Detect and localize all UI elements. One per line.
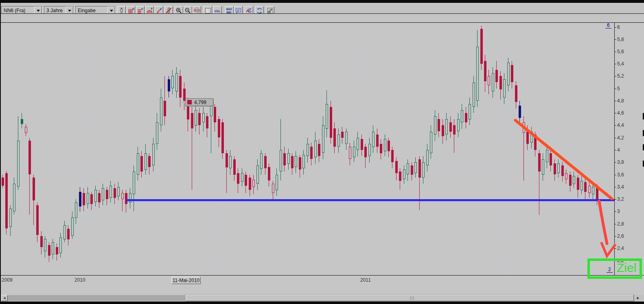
tooltip-pointer	[182, 101, 185, 104]
chevron-down-icon	[110, 10, 113, 12]
candle	[71, 217, 74, 236]
price-tick-label: 4,2	[617, 135, 624, 141]
candle	[534, 135, 537, 150]
candle	[511, 65, 513, 82]
svg-text:F: F	[160, 7, 162, 11]
selected-date-box: 11-Mai-2010	[171, 277, 201, 284]
svg-text:100%: 100%	[193, 9, 200, 12]
candle	[283, 153, 286, 165]
candle	[137, 153, 139, 175]
candle	[341, 132, 344, 138]
candle	[249, 178, 251, 190]
candle	[592, 187, 594, 194]
candle	[102, 188, 104, 200]
candle	[349, 147, 351, 159]
scrollbar-left-arrow[interactable]: ◄	[1, 295, 8, 301]
candle	[495, 70, 498, 82]
candle	[295, 156, 297, 167]
candle	[384, 139, 386, 151]
candle	[75, 202, 77, 218]
candle	[202, 113, 205, 122]
candle	[94, 190, 97, 202]
candle	[388, 141, 390, 151]
main-toolbar: NN6 (Fra) 3 Jahre Eingabe F	[0, 3, 644, 13]
candle	[276, 175, 278, 190]
price-tick-label: 5,2	[617, 73, 624, 79]
year-tick-label: 2011	[360, 277, 371, 283]
candle	[133, 172, 135, 194]
candle	[28, 141, 31, 174]
candle	[430, 132, 432, 153]
scrollbar-track[interactable]	[8, 295, 186, 301]
candle	[280, 150, 282, 172]
candle	[168, 79, 170, 91]
candle	[561, 165, 564, 176]
candle	[114, 188, 116, 198]
candle	[268, 167, 270, 180]
candle	[52, 242, 54, 254]
candle	[492, 73, 494, 91]
scrollbar-grip	[412, 296, 412, 300]
svg-text:VOL: VOL	[214, 9, 221, 13]
candle	[206, 116, 208, 128]
candle	[314, 141, 317, 157]
price-tick-label: 5,8	[617, 37, 624, 42]
window-left-edge	[0, 0, 1, 304]
candle	[310, 147, 313, 159]
candle	[260, 153, 263, 169]
support-line-drawing[interactable]	[126, 199, 614, 201]
candle	[67, 229, 70, 239]
scrollbar-grip	[410, 296, 411, 300]
year-tick-label: 2009	[2, 277, 13, 283]
candle	[221, 122, 224, 153]
candle	[580, 181, 583, 190]
candle	[361, 139, 363, 150]
candle	[33, 178, 35, 200]
target-label: Ziel	[617, 261, 636, 275]
candle	[364, 147, 367, 157]
chevron-down-icon	[37, 10, 40, 12]
candle	[87, 193, 89, 204]
candle	[90, 194, 93, 204]
candle	[171, 76, 174, 88]
candle	[256, 165, 259, 184]
scrollbar-right-arrow[interactable]: ►	[636, 296, 640, 300]
candle	[418, 159, 421, 178]
candle	[573, 176, 575, 184]
candle	[44, 239, 46, 251]
candle	[237, 173, 239, 184]
candle	[569, 175, 572, 186]
candle	[445, 119, 448, 135]
candle	[40, 236, 43, 247]
candle	[565, 173, 567, 179]
chart-application-window: NN6 (Fra) 3 Jahre Eingabe F	[0, 0, 644, 304]
scrollbar-thumb[interactable]	[186, 295, 634, 301]
candle	[422, 162, 425, 178]
candle	[442, 125, 444, 136]
candle	[484, 61, 486, 81]
candle	[330, 107, 332, 138]
candle	[148, 156, 151, 167]
svg-text:F: F	[141, 7, 143, 11]
price-tick-label: 3,4	[617, 184, 624, 190]
candle	[457, 119, 460, 131]
svg-text:MAX: MAX	[226, 8, 232, 11]
candle	[272, 184, 274, 193]
price-tick-label: 4,6	[617, 110, 624, 116]
candle	[550, 153, 552, 165]
scrollbar-grip	[414, 296, 414, 300]
candle	[145, 153, 147, 170]
candle	[252, 180, 255, 187]
candle	[307, 144, 309, 156]
candle	[499, 76, 502, 89]
candle	[434, 116, 436, 135]
candle	[515, 85, 517, 102]
candle	[110, 186, 112, 198]
chart-canvas[interactable]	[0, 23, 614, 275]
candle	[465, 113, 467, 122]
svg-text:F: F	[132, 7, 134, 11]
value-tooltip: 4,799	[185, 98, 213, 106]
candle	[187, 104, 189, 119]
price-tick-label: 2,8	[617, 221, 624, 227]
price-tick-label: 2,4	[617, 245, 624, 251]
